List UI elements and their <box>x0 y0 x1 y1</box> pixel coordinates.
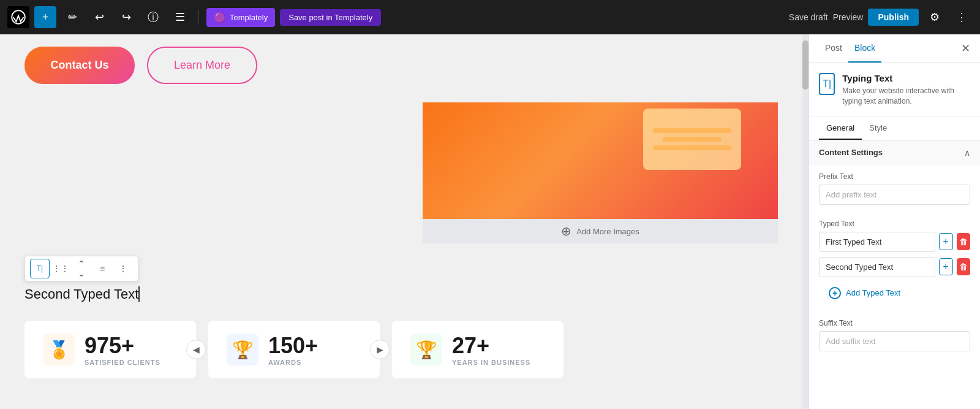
add-typed-text-button-2[interactable]: + <box>939 258 953 275</box>
stat-label-awards: AWARDS <box>268 359 318 366</box>
stat-arrow-right-1[interactable]: ▶ <box>370 340 390 359</box>
toolbar-align-icon[interactable]: ≡ <box>92 259 112 278</box>
stat-text-years: 27+ YEARS IN BUSINESS <box>452 333 530 366</box>
stat-icon-trophy: 🏆 <box>227 334 258 365</box>
add-typed-text-label: Add Typed Text <box>846 288 900 297</box>
save-post-button[interactable]: Save post in Templately <box>280 9 381 26</box>
typed-text-item-2: + 🗑 <box>819 257 970 277</box>
publish-button[interactable]: Publish <box>868 9 919 26</box>
suffix-text-section: Suffix Text <box>809 312 980 359</box>
tab-block[interactable]: Block <box>848 34 881 63</box>
topbar: + ✏ ↩ ↪ ⓘ ☰ 🟣 Templately Save post in Te… <box>0 0 980 34</box>
typing-text-display: Second Typed Text <box>24 286 778 302</box>
undo-button[interactable]: ↩ <box>88 6 110 28</box>
card-line-2 <box>663 137 722 142</box>
redo-button[interactable]: ↪ <box>115 6 137 28</box>
add-typed-text-button-1[interactable]: + <box>939 233 953 250</box>
image-area: ⊕ Add More Images <box>24 102 778 243</box>
sub-tab-general[interactable]: General <box>819 117 862 140</box>
prefix-text-section: Prefix Text <box>809 165 980 212</box>
chevron-up-icon: ∧ <box>964 148 970 158</box>
text-cursor <box>138 286 140 302</box>
panel-close-button[interactable]: ✕ <box>961 42 970 55</box>
hero-image <box>423 102 778 219</box>
typed-text-item-1: + 🗑 <box>819 232 970 252</box>
stat-text-awards: 150+ AWARDS <box>268 333 318 366</box>
preview-button[interactable]: Preview <box>833 12 864 22</box>
stat-label-clients: SATISFIED CLIENTS <box>85 359 160 366</box>
typed-text-input-1[interactable] <box>819 232 935 252</box>
stats-section: 🏅 975+ SATISFIED CLIENTS ◀ 🏆 150+ AWARDS… <box>24 321 778 378</box>
delete-typed-text-button-1[interactable]: 🗑 <box>957 233 971 250</box>
add-more-images-label: Add More Images <box>576 227 639 236</box>
stat-number-years: 27+ <box>452 333 530 359</box>
save-draft-button[interactable]: Save draft <box>789 12 828 22</box>
topbar-right: Save draft Preview Publish ⚙ ⋮ <box>789 6 973 28</box>
stat-label-years: YEARS IN BUSINESS <box>452 359 530 366</box>
block-icon: T| <box>819 73 835 95</box>
suffix-text-label: Suffix Text <box>819 319 970 327</box>
right-panel: Post Block ✕ T| Typing Text Make your we… <box>809 34 980 409</box>
list-view-button[interactable]: ☰ <box>169 6 191 28</box>
stat-text-clients: 975+ SATISFIED CLIENTS <box>85 333 160 366</box>
stat-number-clients: 975+ <box>85 333 160 359</box>
panel-tab-group: Post Block <box>819 34 881 63</box>
stat-icon-medal: 🏅 <box>43 334 75 365</box>
plus-icon: ⊕ <box>561 224 571 239</box>
toolbar-move-icon[interactable]: ⌃⌄ <box>72 259 91 278</box>
typed-text-label: Typed Text <box>819 220 970 228</box>
typing-text-content: Second Typed Text <box>24 286 138 302</box>
add-typed-circle-icon: + <box>829 287 841 299</box>
typed-text-input-2[interactable] <box>819 257 935 277</box>
scrollbar-thumb[interactable] <box>802 40 809 90</box>
suffix-text-input[interactable] <box>819 331 970 351</box>
stat-card-years: 🏆 27+ YEARS IN BUSINESS <box>392 321 564 378</box>
sub-tabs: General Style <box>809 117 980 140</box>
stat-icon-award: 🏆 <box>410 334 442 365</box>
settings-button[interactable]: ⚙ <box>924 6 946 28</box>
info-button[interactable]: ⓘ <box>142 6 164 28</box>
templately-label: Templately <box>230 13 268 22</box>
panel-tabs: Post Block ✕ <box>809 34 980 63</box>
delete-typed-text-button-2[interactable]: 🗑 <box>957 258 971 275</box>
stat-arrow-left-1[interactable]: ◀ <box>186 340 206 359</box>
add-typed-text-row[interactable]: + Add Typed Text <box>819 282 970 304</box>
stat-card-clients: 🏅 975+ SATISFIED CLIENTS ◀ <box>24 321 196 378</box>
main-layout: Contact Us Learn More ⊕ Add More I <box>0 34 980 409</box>
toolbar-more-icon[interactable]: ⋮ <box>113 259 133 278</box>
image-container: ⊕ Add More Images <box>24 102 778 243</box>
content-settings-title: Content Settings <box>819 148 883 157</box>
more-options-button[interactable]: ⋮ <box>951 6 973 28</box>
buttons-section: Contact Us Learn More <box>24 47 778 84</box>
card-line-3 <box>653 145 731 150</box>
block-info: T| Typing Text Make your website interac… <box>809 63 980 117</box>
templately-button[interactable]: 🟣 Templately <box>206 8 275 27</box>
add-block-button[interactable]: + <box>34 6 56 28</box>
block-details: Typing Text Make your website interactiv… <box>842 73 970 107</box>
image-wrapper: ⊕ Add More Images <box>423 102 778 243</box>
wp-logo[interactable] <box>7 6 29 28</box>
tab-post[interactable]: Post <box>819 34 848 63</box>
toolbar-typing-icon[interactable]: T| <box>30 259 50 278</box>
learn-more-button[interactable]: Learn More <box>147 47 257 84</box>
prefix-text-label: Prefix Text <box>819 172 970 181</box>
content-settings-header[interactable]: Content Settings ∧ <box>809 140 980 165</box>
stat-card-awards: 🏆 150+ AWARDS ▶ <box>208 321 380 378</box>
image-card <box>643 109 741 170</box>
contact-us-button[interactable]: Contact Us <box>24 47 135 84</box>
add-more-images-area[interactable]: ⊕ Add More Images <box>423 219 778 243</box>
block-title: Typing Text <box>842 73 970 83</box>
stat-number-awards: 150+ <box>268 333 318 359</box>
templately-icon: 🟣 <box>214 12 226 23</box>
sub-tab-style[interactable]: Style <box>862 117 894 140</box>
divider <box>198 10 199 25</box>
canvas: Contact Us Learn More ⊕ Add More I <box>0 34 802 409</box>
toolbar-drag-icon[interactable]: ⋮⋮ <box>51 259 70 278</box>
scrollbar[interactable] <box>802 34 809 409</box>
typing-toolbar: T| ⋮⋮ ⌃⌄ ≡ ⋮ <box>24 256 138 281</box>
prefix-text-input[interactable] <box>819 185 970 205</box>
card-line-1 <box>653 128 731 133</box>
typing-block: T| ⋮⋮ ⌃⌄ ≡ ⋮ Second Typed Text <box>24 256 778 302</box>
edit-button[interactable]: ✏ <box>61 6 83 28</box>
typed-text-section: Typed Text + 🗑 + 🗑 + Add Typed Text <box>809 212 980 312</box>
